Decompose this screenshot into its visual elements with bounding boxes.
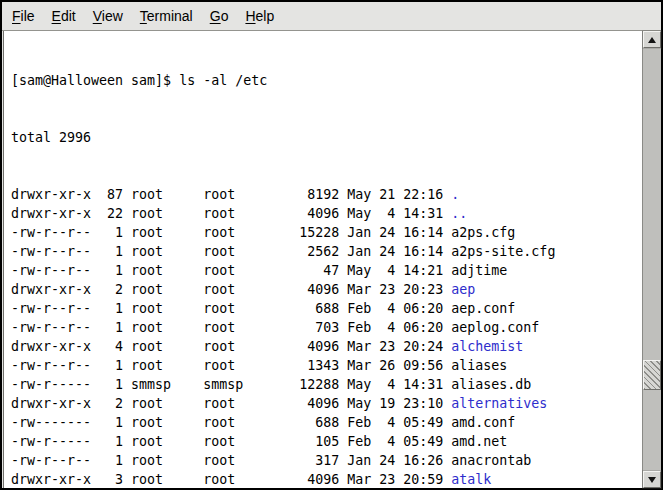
entry-meta: drwxr-xr-x 2 root root 4096 May 19 23:10 [11,396,451,411]
entry-filename: a2ps-site.cfg [451,244,555,259]
entry-filename: aep [451,282,475,297]
scrollbar-thumb[interactable] [643,360,661,390]
shell-prompt: [sam@Halloween sam]$ [11,73,179,88]
entry-filename: amd.net [451,434,507,449]
terminal-screen[interactable]: [sam@Halloween sam]$ ls -al /etc total 2… [3,31,642,488]
menu-edit[interactable]: Edit [52,8,76,24]
entry-meta: drwxr-xr-x 22 root root 4096 May 4 14:31 [11,206,451,221]
entry-meta: -rw-r--r-- 1 root root 1343 Mar 26 09:56 [11,358,451,373]
scrollbar [642,31,661,488]
file-entry-row: drwxr-xr-x 2 root root 4096 May 19 23:10… [11,394,642,413]
file-entry-row: -rw-r----- 1 smmsp smmsp 12288 May 4 14:… [11,375,642,394]
entry-meta: -rw-r--r-- 1 root root 688 Feb 4 06:20 [11,301,451,316]
entry-meta: -rw-r--r-- 1 root root 2562 Jan 24 16:14 [11,244,451,259]
menu-view[interactable]: View [93,8,123,24]
menu-go[interactable]: Go [210,8,229,24]
file-entry-row: -rw-r----- 1 root root 105 Feb 4 05:49 a… [11,432,642,451]
entry-filename: anacrontab [451,453,531,468]
entry-meta: -rw------- 1 root root 688 Feb 4 05:49 [11,415,451,430]
entry-meta: drwxr-xr-x 87 root root 8192 May 21 22:1… [11,187,451,202]
entry-filename: aep.conf [451,301,515,316]
entry-meta: drwxr-xr-x 4 root root 4096 Mar 23 20:24 [11,339,451,354]
menu-help[interactable]: Help [245,8,274,24]
triangle-up-icon [648,37,656,43]
entry-meta: drwxr-xr-x 3 root root 4096 Mar 23 20:59 [11,472,451,487]
menu-file[interactable]: File [12,8,35,24]
entry-meta: -rw-r--r-- 1 root root 317 Jan 24 16:26 [11,453,451,468]
entry-meta: -rw-r----- 1 root root 105 Feb 4 05:49 [11,434,451,449]
entry-meta: -rw-r----- 1 smmsp smmsp 12288 May 4 14:… [11,377,451,392]
menubar: FileEditViewTerminalGoHelp [2,2,661,31]
file-entry-row: -rw-r--r-- 1 root root 1343 Mar 26 09:56… [11,356,642,375]
entry-meta: -rw-r--r-- 1 root root 15228 Jan 24 16:1… [11,225,451,240]
file-entry-row: drwxr-xr-x 2 root root 4096 Mar 23 20:23… [11,280,642,299]
file-entry-row: -rw-r--r-- 1 root root 703 Feb 4 06:20 a… [11,318,642,337]
scroll-up-button[interactable] [643,31,661,48]
terminal-window: FileEditViewTerminalGoHelp [sam@Hallowee… [0,0,663,490]
entry-meta: -rw-r--r-- 1 root root 47 May 4 14:21 [11,263,451,278]
scrollbar-track[interactable] [643,48,661,471]
file-entry-row: drwxr-xr-x 87 root root 8192 May 21 22:1… [11,185,642,204]
scroll-down-button[interactable] [643,471,661,488]
entry-filename: aeplog.conf [451,320,539,335]
prompt-line: [sam@Halloween sam]$ ls -al /etc [11,71,642,90]
entry-filename: aliases.db [451,377,531,392]
entry-filename: .. [451,206,467,221]
entry-meta: drwxr-xr-x 2 root root 4096 Mar 23 20:23 [11,282,451,297]
file-entry-row: -rw-r--r-- 1 root root 2562 Jan 24 16:14… [11,242,642,261]
file-entry-row: -rw-r--r-- 1 root root 688 Feb 4 06:20 a… [11,299,642,318]
triangle-down-icon [648,477,656,483]
menu-terminal[interactable]: Terminal [140,8,193,24]
shell-command: ls -al /etc [179,73,267,88]
file-entry-row: drwxr-xr-x 4 root root 4096 Mar 23 20:24… [11,337,642,356]
file-entry-row: -rw-r--r-- 1 root root 317 Jan 24 16:26 … [11,451,642,470]
entry-filename: adjtime [451,263,507,278]
file-entry-row: -rw------- 1 root root 688 Feb 4 05:49 a… [11,413,642,432]
file-entry-row: drwxr-xr-x 3 root root 4096 Mar 23 20:59… [11,470,642,488]
total-line: total 2996 [11,128,642,147]
entry-meta: -rw-r--r-- 1 root root 703 Feb 4 06:20 [11,320,451,335]
file-entry-row: -rw-r--r-- 1 root root 15228 Jan 24 16:1… [11,223,642,242]
entry-filename: a2ps.cfg [451,225,515,240]
entry-filename: alchemist [451,339,523,354]
entry-filename: . [451,187,459,202]
entry-filename: atalk [451,472,491,487]
file-entry-row: -rw-r--r-- 1 root root 47 May 4 14:21 ad… [11,261,642,280]
entry-filename: aliases [451,358,507,373]
file-entry-row: drwxr-xr-x 22 root root 4096 May 4 14:31… [11,204,642,223]
entry-filename: amd.conf [451,415,515,430]
entry-filename: alternatives [451,396,547,411]
terminal-content: [sam@Halloween sam]$ ls -al /etc total 2… [2,31,661,488]
